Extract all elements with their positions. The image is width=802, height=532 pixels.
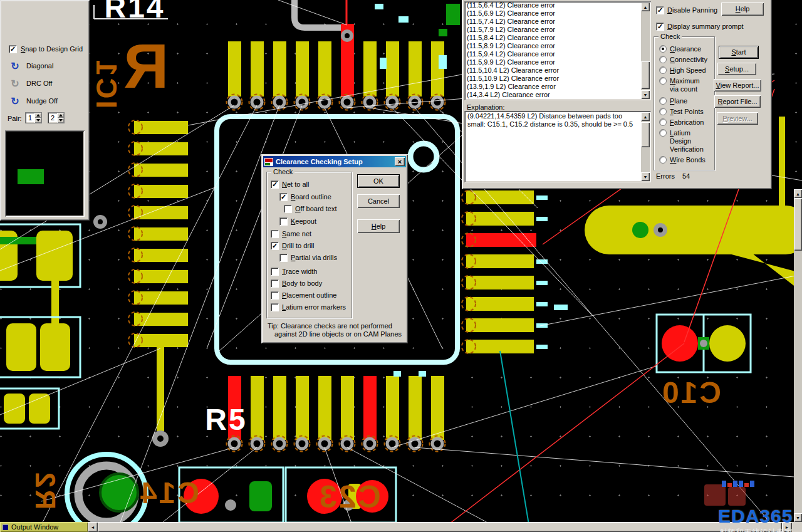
help-button[interactable]: Help <box>721 3 764 16</box>
checkbox[interactable] <box>271 279 279 288</box>
radio[interactable] <box>659 129 667 137</box>
pad-array-top[interactable] <box>228 24 444 96</box>
stepper-down-icon[interactable] <box>34 118 41 123</box>
radio[interactable] <box>659 156 667 164</box>
checkbox[interactable] <box>284 205 292 213</box>
setup-button[interactable]: Setup... <box>717 63 756 75</box>
error-item[interactable]: (11.5,6.9 L2) Clearance error <box>464 9 651 18</box>
radio-clearance[interactable]: Clearance <box>659 45 701 53</box>
error-item[interactable]: (11.5,7.9 L2) Clearance error <box>464 26 651 34</box>
error-item[interactable]: (11.5,8.9 L2) Clearance error <box>464 42 651 50</box>
radio[interactable] <box>659 56 667 63</box>
error-list-scrollbar[interactable]: ▲ ▼ <box>641 3 650 99</box>
ok-button[interactable]: OK <box>357 174 400 188</box>
checkbox[interactable] <box>271 303 279 311</box>
radio-test-points[interactable]: Test Points <box>659 108 704 116</box>
radio[interactable] <box>659 118 667 126</box>
scroll-down-icon[interactable]: ▼ <box>794 513 802 522</box>
check-body-to-body[interactable]: Body to body <box>271 279 322 288</box>
checkbox[interactable] <box>279 254 288 262</box>
hscroll-thumb[interactable] <box>98 522 782 532</box>
help-button[interactable]: Help <box>357 219 400 233</box>
explanation-scrollbar[interactable]: ▲ ▼ <box>641 112 650 181</box>
nudge-off-icon[interactable]: ↻ <box>8 95 23 107</box>
check-trace-width[interactable]: Trace width <box>271 268 317 276</box>
radio-latium-design-verification[interactable]: Latium Design Verification <box>659 129 704 154</box>
snap-to-grid-checkbox[interactable] <box>9 45 17 53</box>
c10-pads[interactable] <box>657 315 751 372</box>
diagonal-icon[interactable]: ↻ <box>8 60 23 72</box>
pad-array-right[interactable] <box>466 190 536 353</box>
error-item[interactable]: (13.9,1.9 L2) Clearance error <box>464 83 651 91</box>
view-report-button[interactable]: View Report... <box>714 79 761 91</box>
cancel-button[interactable]: Cancel <box>357 194 400 208</box>
radio-connectivity[interactable]: Connectivity <box>659 56 707 64</box>
stepper-up-icon[interactable] <box>34 113 41 118</box>
check-partial-via-drills[interactable]: Partial via drills <box>279 254 337 262</box>
radio-maximum-via-count[interactable]: Maximum via count <box>659 77 700 93</box>
checkbox[interactable] <box>271 180 279 189</box>
scroll-down-icon[interactable]: ▼ <box>641 90 650 99</box>
check-net-to-all[interactable]: Net to all <box>271 180 309 189</box>
vertical-scrollbar[interactable]: ▲ ▼ <box>794 189 802 522</box>
error-item[interactable]: (11.5,10.4 L2) Clearance error <box>464 66 651 75</box>
pair-1-stepper[interactable]: 1 <box>25 112 42 123</box>
check-drill-to-drill[interactable]: Drill to drill <box>271 242 314 250</box>
disable-panning-row[interactable]: Disable Panning <box>656 6 717 14</box>
check-same-net[interactable]: Same net <box>271 230 311 238</box>
diagonal-tool[interactable]: ↻ Diagonal <box>8 60 53 72</box>
radio-plane[interactable]: Plane <box>659 97 687 105</box>
check-keepout[interactable]: Keepout <box>279 217 316 226</box>
error-list[interactable]: (11.5,6.4 L2) Clearance error (11.5,6.9 … <box>464 1 651 100</box>
scroll-left-icon[interactable]: ◄ <box>88 522 98 532</box>
radio[interactable] <box>659 97 667 105</box>
display-summary-checkbox[interactable] <box>656 23 664 31</box>
radio[interactable] <box>659 108 667 115</box>
drc-off-icon[interactable]: ↻ <box>8 77 23 90</box>
scroll-down-icon[interactable]: ▼ <box>641 172 650 181</box>
snap-to-grid-row[interactable]: Snap to Design Grid <box>9 45 83 53</box>
explanation-box[interactable]: (9.04221,14.54359 L2) Distance between p… <box>464 111 651 182</box>
error-item[interactable]: (14,3.4 L2) Clearance error <box>464 91 651 99</box>
start-button[interactable]: Start <box>719 46 759 59</box>
bottom-passives[interactable] <box>179 467 396 523</box>
check-off-board-text[interactable]: Off board text <box>284 205 336 213</box>
checkbox[interactable] <box>279 217 288 226</box>
error-item[interactable]: (11.5,7.4 L2) Clearance error <box>464 18 651 26</box>
checkbox[interactable] <box>271 242 279 250</box>
radio[interactable] <box>659 66 667 74</box>
nudge-off-tool[interactable]: ↻ Nudge Off <box>8 95 58 107</box>
error-item[interactable]: (11.5,8.4 L2) Clearance error <box>464 34 651 42</box>
scroll-right-icon[interactable]: ► <box>782 522 792 532</box>
pair-2-stepper[interactable]: 2 <box>48 112 65 123</box>
output-window-tab[interactable]: Output Window <box>0 522 88 532</box>
check-latium-error-markers[interactable]: Latium error markers <box>271 303 346 311</box>
dialog-titlebar[interactable]: Clearance Checking Setup × <box>263 156 406 167</box>
radio[interactable] <box>659 45 667 53</box>
scroll-up-icon[interactable]: ▲ <box>794 189 802 198</box>
stepper-up-icon[interactable] <box>57 113 64 118</box>
checkbox[interactable] <box>271 230 279 238</box>
error-item[interactable]: (11.5,6.4 L2) Clearance error <box>464 1 651 9</box>
check-placement-outline[interactable]: Placement outline <box>271 291 336 300</box>
scrollbar-thumb[interactable] <box>641 122 650 147</box>
close-icon[interactable]: × <box>395 157 405 166</box>
report-file-button[interactable]: Report File... <box>714 95 761 108</box>
radio-fabrication[interactable]: Fabrication <box>659 118 704 127</box>
disable-panning-checkbox[interactable] <box>656 6 664 14</box>
display-summary-row[interactable]: Display summary prompt <box>656 23 744 31</box>
checkbox[interactable] <box>271 268 279 276</box>
vscroll-thumb[interactable] <box>794 198 802 251</box>
scroll-up-icon[interactable]: ▲ <box>641 112 650 121</box>
error-item[interactable]: (11.5,9.4 L2) Clearance error <box>464 50 651 58</box>
error-item[interactable]: (11.5,10.9 L2) Clearance error <box>464 75 651 83</box>
error-item[interactable]: (11.5,9.9 L2) Clearance error <box>464 58 651 66</box>
check-board-outline[interactable]: Board outline <box>279 193 331 201</box>
radio-wire-bonds[interactable]: Wire Bonds <box>659 156 706 164</box>
pad-array-bottom[interactable] <box>228 376 444 440</box>
checkbox[interactable] <box>279 193 288 201</box>
preview-button[interactable]: Preview... <box>717 112 758 125</box>
bottom-scrollbar[interactable]: Output Window ◄ ► <box>0 522 802 532</box>
scrollbar-thumb[interactable] <box>641 61 650 89</box>
drc-off-tool[interactable]: ↻ DRC Off <box>8 77 52 90</box>
